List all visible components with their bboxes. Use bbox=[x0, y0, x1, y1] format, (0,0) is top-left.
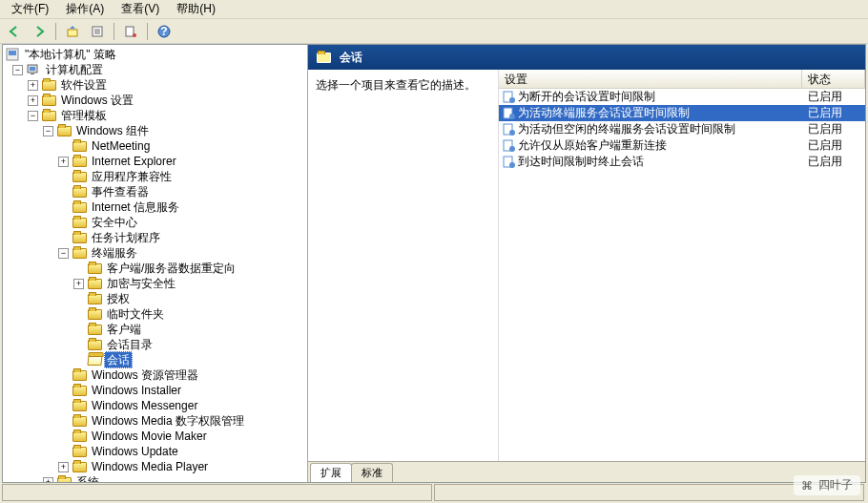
settings-list: 设置 状态 为断开的会话设置时间限制已启用为活动终端服务会话设置时间限制已启用为… bbox=[499, 70, 865, 461]
tree-terminal-services[interactable]: − 终端服务 bbox=[3, 245, 307, 261]
setting-icon bbox=[501, 123, 516, 136]
tree-client-server-redirect[interactable]: 客户端/服务器数据重定向 bbox=[3, 261, 307, 276]
tree-windows-components[interactable]: − Windows 组件 bbox=[3, 123, 307, 138]
tab-standard[interactable]: 标准 bbox=[351, 463, 393, 482]
tree-app-compat[interactable]: 应用程序兼容性 bbox=[3, 169, 307, 184]
expander-icon[interactable]: − bbox=[43, 126, 53, 136]
expander-icon[interactable]: + bbox=[28, 80, 38, 91]
tree-label: 客户端 bbox=[105, 322, 143, 337]
tree-temp-folder[interactable]: 临时文件夹 bbox=[3, 306, 307, 322]
expander-icon[interactable]: + bbox=[73, 279, 84, 289]
folder-icon bbox=[72, 414, 87, 428]
tree-internet-explorer[interactable]: + Internet Explorer bbox=[3, 154, 307, 169]
tree-pane[interactable]: "本地计算机" 策略 − 计算机配置 + 软件设置 + Windows 设置 −… bbox=[3, 45, 308, 482]
up-button[interactable] bbox=[62, 21, 83, 42]
tree-event-viewer[interactable]: 事件查看器 bbox=[3, 184, 307, 199]
watermark: ⌘ 四叶子 bbox=[794, 475, 860, 495]
tree-windows-resource-mgr[interactable]: Windows 资源管理器 bbox=[3, 367, 307, 383]
folder-icon bbox=[56, 475, 72, 482]
tree-windows-settings[interactable]: + Windows 设置 bbox=[3, 93, 307, 108]
tree-label: 安全中心 bbox=[90, 215, 139, 230]
tree-admin-templates[interactable]: − 管理模板 bbox=[3, 108, 307, 123]
folder-icon bbox=[72, 139, 87, 153]
tree-encrypt-security[interactable]: + 加密与安全性 bbox=[3, 276, 307, 291]
menu-view[interactable]: 查看(V) bbox=[114, 0, 167, 19]
column-status[interactable]: 状态 bbox=[802, 70, 865, 88]
export-button[interactable] bbox=[120, 21, 141, 42]
menu-help[interactable]: 帮助(H) bbox=[169, 0, 223, 19]
expander-icon[interactable]: − bbox=[12, 65, 23, 75]
folder-icon bbox=[87, 292, 102, 305]
tree-label: Internet 信息服务 bbox=[90, 199, 181, 215]
list-row[interactable]: 为活动终端服务会话设置时间限制已启用 bbox=[499, 105, 865, 121]
setting-icon bbox=[501, 107, 516, 119]
svg-rect-13 bbox=[31, 73, 34, 74]
folder-icon bbox=[72, 384, 87, 397]
back-button[interactable] bbox=[4, 21, 25, 42]
tab-extended[interactable]: 扩展 bbox=[310, 463, 352, 482]
tree-label: Windows 组件 bbox=[74, 123, 151, 138]
expander-icon[interactable]: − bbox=[28, 111, 38, 121]
tree-label: 终端服务 bbox=[90, 245, 139, 261]
tree-windows-messenger[interactable]: Windows Messenger bbox=[3, 398, 307, 413]
folder-icon bbox=[72, 170, 87, 183]
list-row[interactable]: 允许仅从原始客户端重新连接已启用 bbox=[499, 137, 865, 154]
view-tabs: 扩展 标准 bbox=[308, 461, 865, 482]
folder-icon bbox=[316, 51, 331, 64]
expander-icon[interactable]: − bbox=[58, 248, 69, 259]
tree-computer-config[interactable]: − 计算机配置 bbox=[3, 62, 307, 77]
folder-open-icon bbox=[56, 124, 72, 137]
svg-point-21 bbox=[509, 146, 515, 152]
expander-icon[interactable]: + bbox=[58, 462, 69, 472]
tree-netmeeting[interactable]: NetMeeting bbox=[3, 138, 307, 154]
tree-label: Windows Media Player bbox=[90, 459, 210, 474]
tree-session[interactable]: 会话 bbox=[3, 352, 307, 367]
setting-name: 到达时间限制时终止会话 bbox=[516, 154, 802, 170]
watermark-text: 四叶子 bbox=[818, 477, 853, 493]
tree-client[interactable]: 客户端 bbox=[3, 322, 307, 337]
menu-action[interactable]: 操作(A) bbox=[58, 0, 112, 19]
folder-icon bbox=[87, 277, 102, 290]
list-row[interactable]: 为断开的会话设置时间限制已启用 bbox=[499, 89, 865, 105]
svg-point-6 bbox=[133, 33, 136, 37]
tree-root[interactable]: "本地计算机" 策略 bbox=[3, 47, 307, 62]
tree-security-center[interactable]: 安全中心 bbox=[3, 215, 307, 230]
tree-windows-movie-maker[interactable]: Windows Movie Maker bbox=[3, 429, 307, 444]
setting-icon bbox=[501, 156, 516, 168]
expander-icon[interactable]: + bbox=[43, 477, 53, 483]
folder-icon bbox=[72, 231, 87, 244]
folder-open-icon bbox=[87, 353, 102, 367]
tree-system[interactable]: + 系统 bbox=[3, 474, 307, 482]
tree-task-scheduler[interactable]: 任务计划程序 bbox=[3, 230, 307, 245]
svg-rect-0 bbox=[68, 30, 77, 36]
tree-windows-media-drm[interactable]: Windows Media 数字权限管理 bbox=[3, 413, 307, 429]
folder-icon bbox=[72, 430, 87, 443]
tree-software-settings[interactable]: + 软件设置 bbox=[3, 77, 307, 93]
tree-license[interactable]: 授权 bbox=[3, 291, 307, 306]
forward-button[interactable] bbox=[29, 21, 50, 42]
tree-label: 任务计划程序 bbox=[90, 230, 162, 245]
setting-name: 允许仅从原始客户端重新连接 bbox=[516, 137, 802, 154]
expander-icon[interactable]: + bbox=[58, 157, 69, 167]
column-setting[interactable]: 设置 bbox=[499, 70, 802, 88]
tree-label: 授权 bbox=[105, 291, 132, 306]
folder-open-icon bbox=[41, 109, 56, 122]
tree-label: 应用程序兼容性 bbox=[90, 169, 174, 184]
tree-windows-installer[interactable]: Windows Installer bbox=[3, 383, 307, 398]
tree-windows-update[interactable]: Windows Update bbox=[3, 444, 307, 459]
menu-file[interactable]: 文件(F) bbox=[4, 0, 56, 19]
expander-icon[interactable]: + bbox=[28, 95, 38, 106]
properties-button[interactable] bbox=[87, 21, 108, 42]
tree-windows-media-player[interactable]: + Windows Media Player bbox=[3, 459, 307, 474]
list-row[interactable]: 到达时间限制时终止会话已启用 bbox=[499, 154, 865, 170]
tree-label: 会话目录 bbox=[105, 337, 155, 352]
list-row[interactable]: 为活动但空闲的终端服务会话设置时间限制已启用 bbox=[499, 121, 865, 137]
main-panel: "本地计算机" 策略 − 计算机配置 + 软件设置 + Windows 设置 −… bbox=[2, 44, 866, 483]
setting-status: 已启用 bbox=[802, 137, 865, 154]
details-title: 会话 bbox=[340, 50, 362, 66]
tree-session-dir[interactable]: 会话目录 bbox=[3, 337, 307, 352]
tree-label: 会话 bbox=[104, 351, 133, 368]
tree-iis[interactable]: Internet 信息服务 bbox=[3, 199, 307, 215]
help-button[interactable]: ? bbox=[154, 21, 175, 42]
folder-icon bbox=[87, 323, 102, 336]
